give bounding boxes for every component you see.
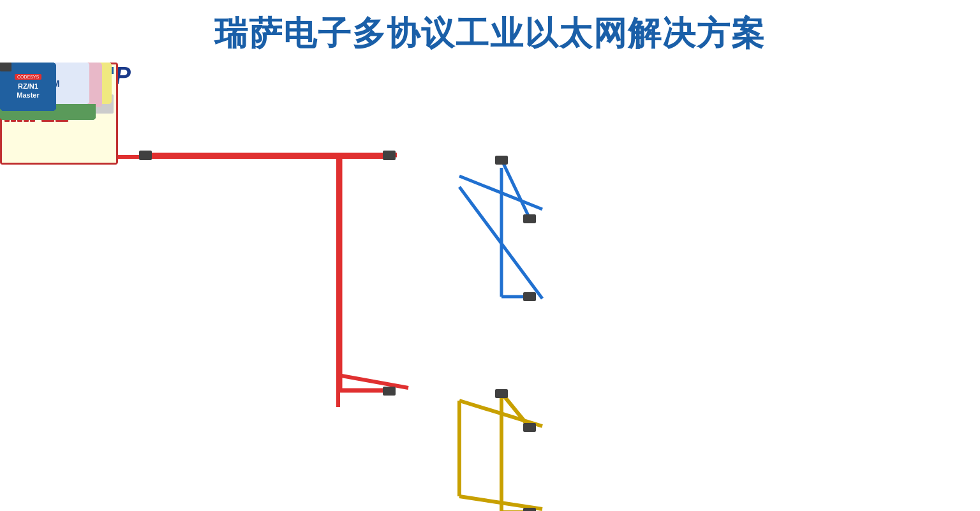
svg-line-4: [459, 401, 542, 426]
svg-rect-22: [383, 387, 396, 396]
main-title: 瑞萨电子多协议工业以太网解决方案: [0, 0, 980, 63]
svg-line-6: [459, 496, 542, 509]
svg-line-11: [501, 159, 530, 218]
svg-rect-17: [139, 151, 152, 160]
svg-rect-24: [523, 423, 536, 432]
svg-rect-23: [495, 389, 508, 398]
svg-rect-19: [495, 156, 508, 165]
codesys-bottom-center: CODESYS: [15, 74, 41, 80]
diagram-area: CODESYS RZ/N1Master CODESYS RZ/N1Master …: [0, 63, 980, 511]
svg-line-2: [459, 176, 542, 209]
connection-lines: [0, 63, 980, 511]
connector-bottom-center-right: [0, 63, 11, 71]
svg-rect-21: [523, 292, 536, 301]
all-connection-lines: [0, 63, 980, 511]
svg-rect-18: [383, 151, 396, 160]
bottom-center-rzn1-label: RZ/N1Master: [17, 82, 39, 100]
svg-line-14: [501, 393, 530, 427]
svg-rect-25: [523, 508, 536, 511]
svg-line-3: [459, 187, 542, 299]
svg-line-7: [338, 375, 408, 388]
svg-rect-20: [523, 214, 536, 223]
